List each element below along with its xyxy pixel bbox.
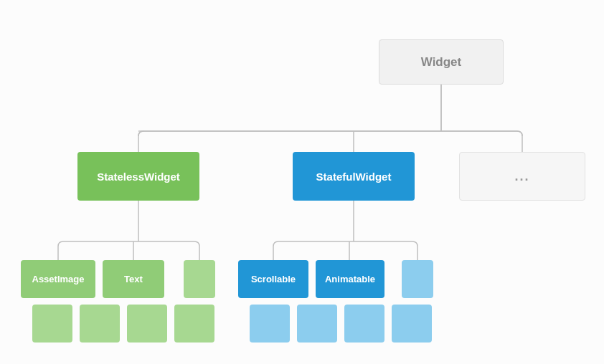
node-more: ... (459, 152, 585, 201)
node-label: StatelessWidget (97, 171, 180, 183)
node-label: Scrollable (251, 274, 296, 284)
node-text: Text (103, 260, 164, 298)
node-widget-root: Widget (379, 39, 504, 85)
node-placeholder-blue (250, 305, 290, 343)
node-label: Text (124, 274, 143, 284)
node-stateless-widget: StatelessWidget (77, 152, 199, 201)
node-placeholder-blue (344, 305, 384, 343)
node-stateful-more (402, 260, 433, 298)
node-label: AssetImage (32, 274, 85, 284)
node-label: ... (514, 169, 529, 184)
node-placeholder-green (174, 305, 214, 343)
node-placeholder-green (127, 305, 167, 343)
node-stateless-more (184, 260, 215, 298)
node-label: Animatable (325, 274, 375, 284)
node-placeholder-green (80, 305, 120, 343)
node-label: StatefulWidget (316, 171, 392, 183)
node-label: Widget (421, 55, 462, 70)
node-placeholder-blue (392, 305, 432, 343)
node-asset-image: AssetImage (21, 260, 95, 298)
node-animatable: Animatable (316, 260, 384, 298)
node-placeholder-blue (297, 305, 337, 343)
node-stateful-widget: StatefulWidget (293, 152, 415, 201)
node-scrollable: Scrollable (238, 260, 308, 298)
node-placeholder-green (32, 305, 72, 343)
